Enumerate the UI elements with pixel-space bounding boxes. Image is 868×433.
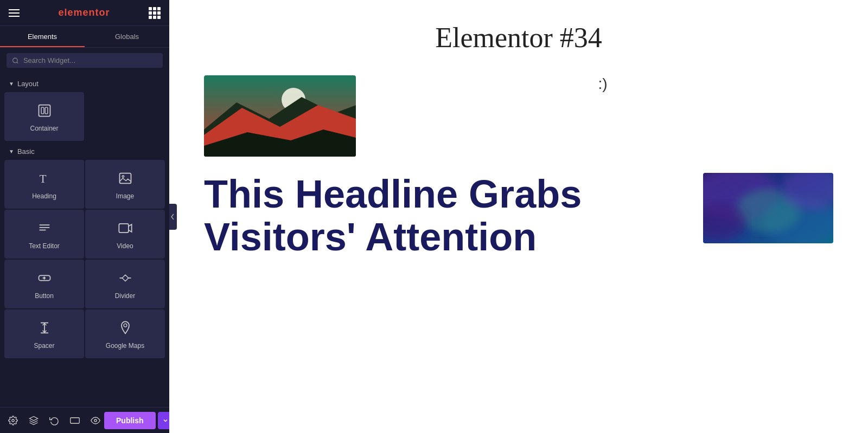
- responsive-button[interactable]: [66, 412, 84, 429]
- widget-text-editor[interactable]: Text Editor: [4, 210, 84, 258]
- bottom-toolbar: Publish: [0, 407, 169, 433]
- preview-button[interactable]: [87, 412, 104, 429]
- svg-point-0: [13, 58, 18, 63]
- search-input-wrap: [7, 53, 163, 68]
- svg-rect-3: [41, 107, 44, 114]
- video-label: Video: [117, 242, 133, 250]
- layout-widgets-grid: Container: [0, 92, 169, 141]
- svg-line-1: [17, 62, 18, 63]
- svg-point-20: [124, 324, 127, 327]
- layout-section-label: Layout: [17, 80, 39, 88]
- video-icon: [116, 218, 135, 238]
- widget-google-maps[interactable]: Google Maps: [85, 309, 165, 358]
- layers-button[interactable]: [25, 412, 42, 429]
- button-icon: [35, 268, 54, 288]
- basic-widgets-grid: T Heading Image: [0, 160, 169, 358]
- widget-heading[interactable]: T Heading: [4, 160, 84, 209]
- history-button[interactable]: [46, 412, 63, 429]
- divider-icon: [116, 268, 135, 288]
- svg-rect-23: [71, 417, 80, 423]
- tab-elements[interactable]: Elements: [0, 26, 85, 47]
- section-basic-header[interactable]: ▼ Basic: [0, 141, 169, 160]
- svg-point-21: [12, 419, 15, 422]
- divider-label: Divider: [115, 292, 135, 300]
- headline-text: This Headline Grabs Visitors' Attention: [204, 173, 687, 258]
- svg-text:T: T: [39, 172, 46, 185]
- layout-arrow-icon: ▼: [9, 81, 14, 87]
- svg-rect-4: [45, 107, 48, 114]
- tab-globals[interactable]: Globals: [85, 26, 169, 47]
- grid-icon[interactable]: [149, 7, 161, 19]
- left-panel: elementor Elements Globals: [0, 0, 169, 433]
- heading-label: Heading: [32, 192, 56, 200]
- search-bar: [0, 48, 169, 73]
- widget-container[interactable]: Container: [4, 92, 84, 141]
- search-input[interactable]: [23, 56, 157, 64]
- svg-marker-16: [122, 275, 129, 281]
- container-icon: [35, 101, 54, 120]
- hamburger-icon[interactable]: [9, 9, 20, 17]
- svg-point-24: [94, 419, 97, 422]
- widget-button[interactable]: Button: [4, 260, 84, 308]
- button-label: Button: [35, 292, 54, 300]
- panel-header: elementor: [0, 0, 169, 26]
- svg-point-7: [122, 176, 124, 178]
- text-editor-label: Text Editor: [29, 242, 60, 250]
- mountain-image: [204, 75, 356, 157]
- panel-tabs: Elements Globals: [0, 26, 169, 48]
- settings-button[interactable]: [4, 412, 22, 429]
- panel-content: ▼ Layout Container: [0, 73, 169, 407]
- smiley-text: :): [372, 75, 833, 93]
- widget-spacer[interactable]: Spacer: [4, 309, 84, 358]
- canvas-inner: Elementor #34: [171, 0, 866, 296]
- svg-marker-22: [30, 416, 38, 421]
- svg-rect-6: [119, 173, 131, 184]
- image-label: Image: [116, 192, 134, 200]
- svg-rect-2: [39, 105, 50, 117]
- heading-icon: T: [35, 169, 54, 188]
- abstract-image: [703, 173, 833, 243]
- headline-col: This Headline Grabs Visitors' Attention: [204, 173, 687, 258]
- publish-button[interactable]: Publish: [104, 412, 156, 429]
- canvas-area: Elementor #34: [169, 0, 868, 433]
- canvas-row-1: :): [204, 75, 833, 157]
- elementor-logo: elementor: [58, 7, 110, 18]
- spacer-label: Spacer: [34, 342, 54, 350]
- widget-divider[interactable]: Divider: [85, 260, 165, 308]
- container-label: Container: [30, 125, 58, 132]
- widget-image[interactable]: Image: [85, 160, 165, 209]
- google-maps-label: Google Maps: [106, 342, 144, 350]
- svg-rect-11: [119, 224, 129, 232]
- search-icon: [12, 57, 19, 64]
- toolbar-left-icons: [4, 412, 104, 429]
- spacer-icon: [35, 318, 54, 338]
- image-icon: [116, 169, 135, 188]
- widget-video[interactable]: Video: [85, 210, 165, 258]
- google-maps-icon: [116, 318, 135, 338]
- collapse-panel-button[interactable]: [169, 204, 177, 230]
- section-layout-header[interactable]: ▼ Layout: [0, 73, 169, 92]
- page-title: Elementor #34: [204, 22, 833, 54]
- canvas-row-2: This Headline Grabs Visitors' Attention: [204, 173, 833, 258]
- text-editor-icon: [35, 218, 54, 238]
- basic-arrow-icon: ▼: [9, 148, 14, 154]
- basic-section-label: Basic: [17, 147, 35, 156]
